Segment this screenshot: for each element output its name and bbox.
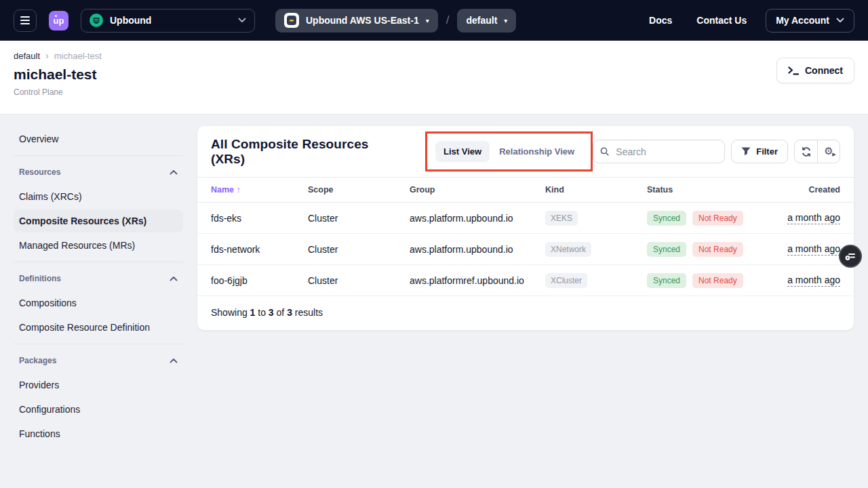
cell-scope: Cluster bbox=[308, 213, 410, 224]
column-header-name[interactable]: Name ↑ bbox=[211, 185, 308, 195]
sidebar-section-resources[interactable]: Resources bbox=[14, 161, 183, 184]
sidebar-item-xrd[interactable]: Composite Resource Definition bbox=[14, 316, 183, 339]
breadcrumb-current: michael-test bbox=[54, 51, 102, 61]
chevron-up-icon bbox=[170, 358, 178, 363]
cell-group: aws.platform.upbound.io bbox=[410, 213, 545, 224]
status-badge-not-ready: Not Ready bbox=[692, 242, 743, 257]
sidebar-section-packages[interactable]: Packages bbox=[14, 349, 183, 372]
my-account-button[interactable]: My Account bbox=[766, 9, 854, 33]
sidebar: Overview Resources Claims (XRCs) Composi… bbox=[14, 126, 183, 447]
feedback-notes-icon bbox=[844, 250, 856, 262]
table-row[interactable]: fds-eks Cluster aws.platform.upbound.io … bbox=[197, 203, 854, 234]
sidebar-item-providers[interactable]: Providers bbox=[14, 373, 183, 396]
table-row[interactable]: foo-6jgjb Cluster aws.platformref.upboun… bbox=[197, 265, 854, 296]
sidebar-item-compositions[interactable]: Compositions bbox=[14, 291, 183, 314]
status-badge-synced: Synced bbox=[647, 242, 686, 257]
column-header-created[interactable]: Created bbox=[786, 185, 840, 195]
hamburger-menu-button[interactable] bbox=[14, 9, 37, 32]
sidebar-item-managed-resources[interactable]: Managed Resources (MRs) bbox=[14, 234, 183, 257]
view-tabs-annotation-box: List View Relationship View bbox=[425, 131, 593, 171]
card-title: All Composite Resources (XRs) bbox=[211, 137, 397, 167]
divider bbox=[14, 262, 183, 262]
results-from: 1 bbox=[250, 307, 256, 318]
caret-down-icon: ▾ bbox=[504, 17, 507, 24]
group-selector[interactable]: default ▾ bbox=[457, 9, 516, 33]
table-toolbar: Filter ⚙ ▶ bbox=[593, 140, 840, 163]
status-badge-not-ready: Not Ready bbox=[692, 211, 743, 226]
breadcrumb-chevron-icon: › bbox=[45, 50, 49, 61]
caret-down-icon: ▾ bbox=[426, 17, 429, 24]
breadcrumb: default › michael-test bbox=[14, 50, 102, 61]
cell-group: aws.platform.upbound.io bbox=[410, 244, 545, 255]
cell-name[interactable]: fds-network bbox=[211, 244, 308, 255]
contact-us-link[interactable]: Contact Us bbox=[696, 15, 747, 26]
column-header-scope[interactable]: Scope bbox=[308, 185, 410, 195]
sidebar-item-composite-resources[interactable]: Composite Resources (XRs) bbox=[14, 209, 183, 232]
path-separator: / bbox=[446, 14, 450, 27]
chevron-up-icon bbox=[170, 169, 178, 175]
sidebar-item-overview[interactable]: Overview bbox=[14, 127, 183, 150]
auto-refresh-settings-button[interactable]: ⚙ ▶ bbox=[817, 140, 840, 163]
docs-link[interactable]: Docs bbox=[649, 15, 672, 26]
sidebar-section-definitions[interactable]: Definitions bbox=[14, 267, 183, 290]
cell-created[interactable]: a month ago bbox=[787, 274, 840, 287]
cell-created[interactable]: a month ago bbox=[787, 243, 840, 256]
terminal-icon bbox=[788, 66, 799, 75]
chevron-down-icon bbox=[836, 18, 844, 23]
search-box[interactable] bbox=[593, 140, 725, 163]
table-row[interactable]: fds-network Cluster aws.platform.upbound… bbox=[197, 234, 854, 265]
search-icon bbox=[600, 146, 609, 157]
kind-badge: XCluster bbox=[545, 273, 587, 288]
refresh-settings-group: ⚙ ▶ bbox=[794, 140, 840, 163]
chevron-up-icon bbox=[170, 276, 178, 281]
tab-relationship-view[interactable]: Relationship View bbox=[491, 141, 583, 162]
kind-badge: XEKS bbox=[545, 211, 578, 226]
cell-status: Synced Not Ready bbox=[647, 242, 786, 257]
cell-group: aws.platformref.upbound.io bbox=[410, 275, 545, 286]
page-title: michael-test bbox=[14, 66, 102, 83]
results-summary: Showing 1 to 3 of 3 results bbox=[197, 296, 854, 330]
sort-arrow-up-icon: ↑ bbox=[237, 185, 241, 195]
org-avatar-icon bbox=[90, 14, 103, 27]
organization-selector-label: Upbound bbox=[110, 15, 231, 26]
page-header: default › michael-test michael-test Cont… bbox=[0, 41, 868, 115]
cell-name[interactable]: fds-eks bbox=[211, 213, 308, 224]
control-plane-selector-label: Upbound AWS US-East-1 bbox=[306, 15, 419, 26]
cell-scope: Cluster bbox=[308, 275, 410, 286]
sidebar-item-configurations[interactable]: Configurations bbox=[14, 398, 183, 421]
status-badge-synced: Synced bbox=[647, 273, 686, 288]
control-plane-selector[interactable]: Upbound AWS US-East-1 ▾ bbox=[275, 9, 438, 33]
upbound-logo[interactable]: up bbox=[49, 11, 68, 30]
page-subtitle: Control Plane bbox=[14, 87, 102, 97]
tab-list-view[interactable]: List View bbox=[435, 141, 490, 162]
status-badge-not-ready: Not Ready bbox=[692, 273, 743, 288]
filter-button[interactable]: Filter bbox=[731, 140, 788, 163]
divider bbox=[14, 344, 183, 344]
table-header-row: Name ↑ Scope Group Kind Status Created bbox=[197, 178, 854, 203]
breadcrumb-default[interactable]: default bbox=[14, 51, 40, 61]
column-header-status[interactable]: Status bbox=[647, 185, 786, 195]
cell-scope: Cluster bbox=[308, 244, 410, 255]
top-nav-links: Docs Contact Us bbox=[649, 15, 747, 26]
content-area: Overview Resources Claims (XRCs) Composi… bbox=[0, 115, 868, 447]
card-header: All Composite Resources (XRs) List View … bbox=[197, 126, 854, 178]
connect-button[interactable]: Connect bbox=[776, 58, 854, 83]
gear-play-icon: ⚙ ▶ bbox=[824, 146, 833, 157]
sidebar-item-functions[interactable]: Functions bbox=[14, 422, 183, 445]
my-account-label: My Account bbox=[776, 15, 829, 26]
organization-selector[interactable]: Upbound bbox=[81, 9, 255, 33]
top-navbar: up Upbound Upbound AWS US-East-1 ▾ / def… bbox=[0, 0, 868, 41]
feedback-widget-button[interactable] bbox=[839, 245, 862, 268]
composite-resources-card: All Composite Resources (XRs) List View … bbox=[197, 126, 854, 330]
column-header-group[interactable]: Group bbox=[410, 185, 545, 195]
status-badge-synced: Synced bbox=[647, 211, 686, 226]
sidebar-item-claims[interactable]: Claims (XRCs) bbox=[14, 185, 183, 208]
column-header-kind[interactable]: Kind bbox=[545, 185, 647, 195]
connect-button-label: Connect bbox=[805, 65, 843, 76]
divider bbox=[14, 155, 183, 156]
search-input[interactable] bbox=[614, 146, 717, 158]
cell-created[interactable]: a month ago bbox=[787, 212, 840, 224]
refresh-button[interactable] bbox=[795, 140, 817, 163]
filter-funnel-icon bbox=[741, 147, 751, 156]
cell-name[interactable]: foo-6jgjb bbox=[211, 275, 308, 286]
